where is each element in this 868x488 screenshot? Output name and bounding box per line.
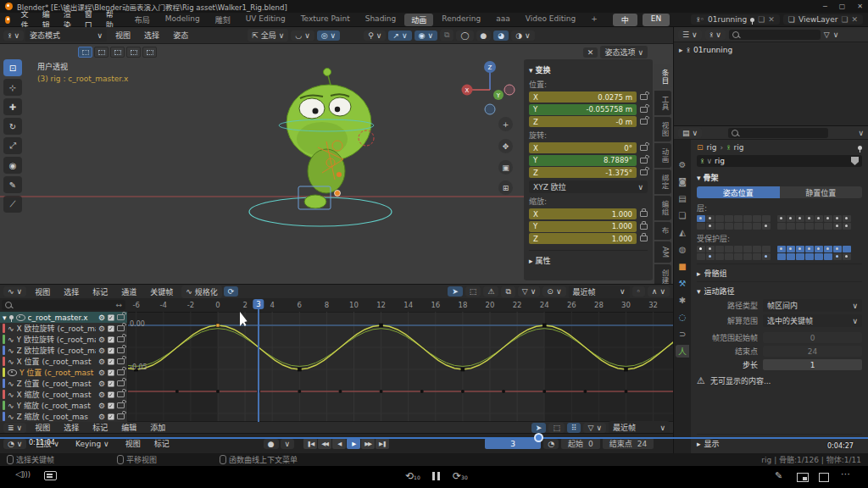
n-panel-tab-绑定[interactable]: 绑定 (654, 169, 671, 194)
more-options-icon[interactable]: ⋯ (841, 469, 850, 480)
transport-5[interactable]: ▶❚ (376, 438, 389, 449)
display-panel-title[interactable]: 显示 (704, 438, 720, 449)
layer-cell[interactable] (697, 246, 705, 252)
layer-cell[interactable] (805, 253, 814, 260)
workspace-tab[interactable]: UV Editing (239, 14, 292, 26)
unlock-icon[interactable] (117, 347, 125, 353)
shading-rendered-button[interactable]: ◑ ∨ (511, 30, 534, 41)
skeleton-panel-title[interactable]: 骨架 (704, 172, 719, 183)
subtitles-icon[interactable] (44, 471, 57, 483)
layer-cell[interactable] (762, 223, 771, 230)
unlock-icon[interactable] (640, 169, 648, 175)
properties-editor-icon[interactable]: ▤ ∨ (678, 128, 702, 138)
layer-cell[interactable] (762, 215, 771, 222)
channel-row[interactable]: ∿Y 缩放 (c_root_mast⚙✓ (0, 400, 127, 411)
snap-toggle[interactable]: ◡ ∨ (291, 30, 314, 41)
filter-funnel-icon[interactable]: ▽ (824, 30, 830, 39)
tool-button-5[interactable]: ◉ (3, 157, 22, 174)
layer-cell[interactable] (815, 223, 823, 230)
eye-icon[interactable] (16, 314, 25, 321)
unlock-icon[interactable] (117, 369, 125, 375)
layer-cell[interactable] (715, 215, 724, 222)
physics-tab[interactable]: ◌ (676, 311, 689, 324)
value-slider[interactable]: X1.000 (529, 208, 637, 219)
editor-type-button[interactable]: ≣ ∨ (3, 423, 26, 433)
unlock-icon[interactable] (640, 119, 648, 125)
auto-key-button[interactable]: ● (264, 439, 279, 449)
layer-cell[interactable] (734, 215, 743, 222)
view-layer-tab[interactable]: ❏ (676, 209, 689, 222)
layer-cell[interactable] (815, 246, 823, 252)
layer-cell[interactable] (815, 253, 823, 260)
workspace-tab[interactable]: Texture Paint (294, 14, 357, 26)
channel-row[interactable]: ∿X 位置 (c_root_mast⚙✓ (0, 356, 127, 367)
modifier-wrench-icon[interactable]: ⚙ (98, 313, 105, 322)
layer-cell[interactable] (824, 253, 832, 260)
channel-row[interactable]: ∿Z 欧拉旋转 (c_root_mas⚙✓ (0, 345, 127, 356)
layer-cell[interactable] (725, 223, 733, 230)
overlays-dropdown[interactable]: ◉ ∨ (415, 30, 437, 41)
layer-cell[interactable] (743, 253, 752, 260)
unlock-icon[interactable] (640, 158, 648, 164)
value-slider[interactable]: Y8.7889° (529, 155, 637, 166)
filter-funnel-icon[interactable]: ▽ ∨ (518, 286, 541, 297)
unlock-icon[interactable] (117, 336, 125, 342)
layer-cell[interactable] (824, 215, 832, 222)
workspace-tab[interactable]: 雕刻 (209, 14, 237, 26)
display-mode-dropdown[interactable]: ☰ ∨ (678, 30, 702, 40)
tool-button-7[interactable]: ⟋ (3, 196, 22, 213)
workspace-tab[interactable]: Rendering (435, 14, 487, 26)
current-frame-field[interactable]: 3 (485, 438, 541, 449)
show-errors-icon[interactable]: ⚠ (483, 286, 498, 297)
breadcrumb-object[interactable]: rig (707, 143, 717, 152)
workspace-tab[interactable]: Shading (359, 14, 403, 26)
expand-width-icon[interactable]: ↔ (115, 301, 122, 309)
close-button[interactable]: ✕ (857, 3, 863, 10)
normalize-toggle[interactable]: ∿ 规格化 (181, 286, 222, 298)
value-slider[interactable]: X0° (529, 142, 637, 153)
datablock-name-field[interactable]: 🯅∨ rig (697, 155, 862, 167)
workspace-tab[interactable]: aaa (489, 14, 517, 26)
rest-position-button[interactable]: 静置位置 (780, 186, 863, 198)
eye-icon[interactable] (8, 369, 17, 376)
viewport-menu-item[interactable]: 选择 (137, 30, 166, 41)
editor-type-button[interactable]: ∿ ∨ (3, 286, 26, 297)
layer-cell[interactable] (787, 246, 795, 252)
channel-enable-checkbox[interactable]: ✓ (108, 314, 114, 320)
n-panel-tab-视图[interactable]: 视图 (654, 117, 671, 141)
ghost-curves-icon[interactable]: ⬚ (465, 286, 481, 297)
channel-enable-checkbox[interactable]: ✓ (108, 325, 114, 331)
rewind-10-icon[interactable]: ⟲10 (405, 470, 420, 482)
object-tab[interactable]: ■ (676, 260, 689, 273)
nla-menu-item[interactable]: 选择 (57, 422, 86, 433)
object-data-tab[interactable]: 人 (676, 345, 689, 358)
outliner-filter-dropdown[interactable]: 🯅 ∨ (705, 30, 726, 40)
layer-cell[interactable] (753, 253, 761, 260)
layer-cell[interactable] (725, 215, 733, 222)
visibility-dropdown[interactable]: ⚲ ∨ (364, 30, 386, 41)
layer-cell[interactable] (725, 246, 733, 252)
shading-material-button[interactable]: ◕ (493, 30, 509, 41)
pivot-dropdown[interactable]: ⊙ ∨ (542, 286, 565, 297)
pose-position-button[interactable]: 姿态位置 (697, 186, 780, 198)
value-slider[interactable]: Z-0 m (529, 116, 637, 127)
layer-cell[interactable] (697, 223, 705, 230)
unlock-icon[interactable] (640, 94, 648, 100)
layer-cell[interactable] (706, 215, 715, 222)
proportional-edit-toggle[interactable]: ◎ ∨ (317, 30, 340, 41)
ghost-icon[interactable]: ⬚ (548, 423, 565, 433)
nla-menu-item[interactable]: 视图 (28, 422, 57, 433)
pin-icon[interactable] (858, 146, 862, 150)
modifier-wrench-icon[interactable]: ⚙ (98, 358, 105, 366)
value-slider[interactable]: Z1.000 (529, 233, 637, 244)
scene-selector[interactable]: 🯅◦ 01running ❏ ✕ (691, 14, 780, 25)
output-tab[interactable]: ▤ (676, 192, 689, 205)
n-panel-tab-动画[interactable]: 动画 (654, 143, 671, 168)
snap-select[interactable]: 最近帧∨ (569, 286, 630, 298)
easing-dropdown[interactable]: ∧ ∨ (648, 286, 670, 297)
particles-tab[interactable]: ✱ (676, 294, 689, 307)
fake-user-shield-icon[interactable] (851, 157, 859, 165)
pose-options-dropdown[interactable]: 姿态选项 ∨ (600, 46, 648, 58)
current-frame-badge[interactable]: 3 (253, 299, 264, 309)
outliner-search[interactable] (729, 30, 821, 40)
